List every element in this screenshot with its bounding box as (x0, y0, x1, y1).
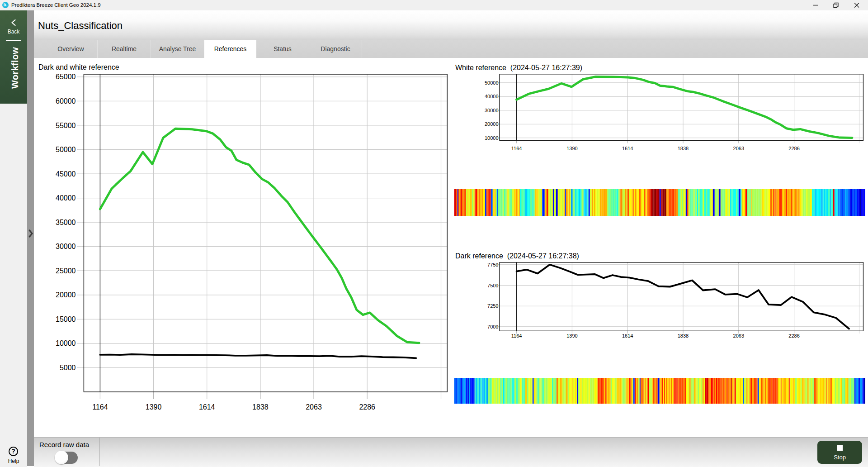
svg-text:1838: 1838 (252, 403, 269, 411)
svg-text:10000: 10000 (56, 339, 76, 347)
svg-text:40000: 40000 (56, 194, 76, 202)
svg-text:15000: 15000 (56, 315, 76, 323)
svg-text:20000: 20000 (56, 291, 76, 299)
svg-text:1390: 1390 (566, 146, 577, 151)
svg-text:10000: 10000 (485, 135, 499, 141)
svg-text:7000: 7000 (487, 324, 498, 329)
svg-text:1838: 1838 (678, 333, 689, 338)
svg-text:1164: 1164 (511, 333, 522, 338)
svg-text:50000: 50000 (56, 146, 76, 153)
svg-text:40000: 40000 (485, 94, 499, 99)
svg-text:45000: 45000 (56, 170, 76, 178)
svg-text:2286: 2286 (359, 403, 375, 411)
svg-text:1164: 1164 (92, 403, 108, 411)
svg-text:2063: 2063 (733, 333, 744, 338)
svg-text:1614: 1614 (622, 146, 633, 151)
svg-text:60000: 60000 (56, 97, 76, 105)
svg-text:1390: 1390 (146, 403, 162, 411)
svg-text:1838: 1838 (678, 146, 689, 151)
svg-text:20000: 20000 (485, 121, 499, 127)
svg-text:5000: 5000 (60, 364, 76, 372)
svg-text:65000: 65000 (56, 73, 76, 81)
svg-text:7750: 7750 (487, 262, 498, 267)
svg-text:1164: 1164 (511, 146, 522, 151)
svg-text:1390: 1390 (566, 333, 577, 338)
svg-text:1614: 1614 (199, 403, 215, 411)
svg-text:50000: 50000 (485, 80, 499, 86)
svg-text:2063: 2063 (306, 403, 322, 411)
svg-text:25000: 25000 (56, 267, 76, 275)
svg-text:7500: 7500 (487, 283, 498, 288)
svg-text:30000: 30000 (485, 108, 499, 113)
svg-text:35000: 35000 (56, 219, 76, 226)
svg-text:2286: 2286 (788, 333, 799, 338)
svg-text:55000: 55000 (56, 122, 76, 129)
svg-text:1614: 1614 (622, 333, 633, 338)
svg-text:30000: 30000 (56, 243, 76, 250)
svg-text:7250: 7250 (487, 303, 498, 309)
svg-text:2063: 2063 (733, 146, 744, 151)
svg-text:2286: 2286 (788, 146, 799, 151)
